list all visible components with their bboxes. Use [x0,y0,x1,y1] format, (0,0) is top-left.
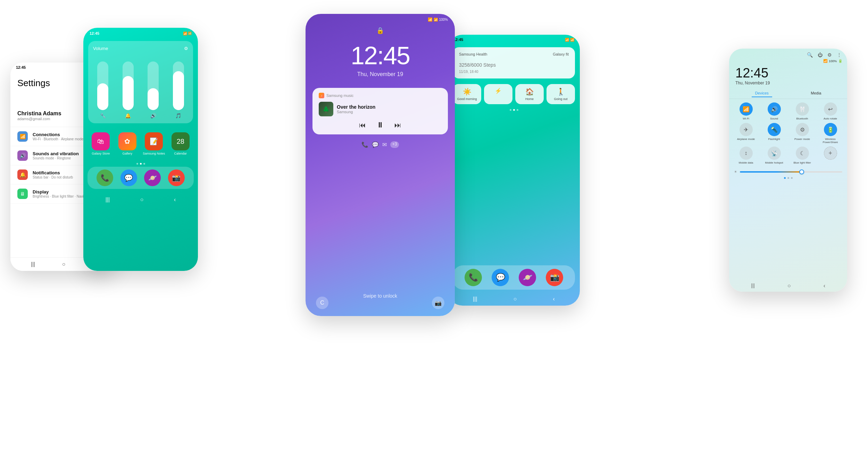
vol-slider-media[interactable]: 🔧 [97,61,108,118]
flashlight-icon: 🔦 [768,123,781,136]
tab-devices[interactable]: Devices [752,90,772,97]
lock-camera-button[interactable]: 📷 [432,297,444,309]
prev-button[interactable]: ⏮ [359,121,366,129]
bixby-routines[interactable]: ⚡ [484,84,512,104]
qdot-2 [787,177,789,179]
app-calendar[interactable]: 28 Calendar [169,132,193,155]
phone-volume: 12:45 📶 📶 Volume ⚙ 🔧 [83,28,198,271]
display-icon: 🖥 [17,189,28,199]
dot-1 [136,163,138,165]
settings-icon[interactable]: ⚙ [827,52,832,58]
bixby-good-morning[interactable]: ☀️ Good morning [453,84,481,104]
home-page-dots [448,109,580,111]
quick-power-mode[interactable]: ⚙ Power mode [790,123,815,144]
qnav-back[interactable]: ‹ [824,283,825,289]
mobile-data-icon: ↕ [740,147,753,160]
quick-hotspot[interactable]: 📡 Mobile hotspot [761,147,787,164]
more-icon[interactable]: ⋮ [837,52,842,58]
chat-notif-icon: 💬 [372,141,379,148]
dock-internet-icon[interactable]: 🪐 [144,169,161,186]
home-dot-3 [517,109,518,111]
vol-icon-2: 🔊 [150,113,156,118]
quick-flashlight[interactable]: 🔦 Flashlight [761,123,787,144]
bixby-going-out[interactable]: 🚶 Going out [546,84,575,104]
nav-recents-icon[interactable]: ||| [31,261,35,267]
music-title: Over the horizon [337,104,375,110]
app-galaxy-store[interactable]: 🛍 Galaxy Store [89,132,113,155]
home-screen: 12:45 📶 📶 Samsung Health Galaxy fit 3258… [448,35,580,306]
connections-icon: 📶 [17,131,28,142]
home-dock-messages[interactable]: 💬 [492,269,509,286]
add-tile-icon: + [824,147,837,160]
vol-slider-notif[interactable]: 🔊 [148,61,159,118]
blue-light-icon: ☾ [796,147,809,160]
pause-button[interactable]: ⏸ [376,121,384,130]
lock-time: 12:45 [351,41,410,70]
home-nav-back[interactable]: ‹ [553,296,555,302]
app-page-dots [83,163,198,165]
profile-email: adams@gmail.com [17,117,90,121]
galaxy-store-label: Galaxy Store [92,152,110,155]
mobile-data-label: Mobile data [739,161,753,164]
qnav-recents[interactable]: ||| [751,283,755,289]
dock-phone-icon[interactable]: 📞 [97,169,113,186]
quick-status-bar: 📶 100% 🔋 [729,59,847,63]
dock-camera-icon[interactable]: 📸 [168,169,185,186]
next-button[interactable]: ⏭ [394,121,401,129]
lock-bottom-actions: C 📷 [306,297,455,309]
bixby-home[interactable]: 🏠 Home [515,84,544,104]
home-dot-1 [510,109,511,111]
lock-phone-button[interactable]: C [316,297,328,309]
email-notif-icon: ✉ [382,141,387,148]
rotate-icon: ↩ [824,102,837,116]
qnav-home[interactable]: ○ [787,283,791,289]
app-gallery[interactable]: ✿ Gallery [116,132,140,155]
nav2-home-icon[interactable]: ○ [140,197,144,203]
quick-rotate[interactable]: ↩ Auto rotate [818,102,843,120]
nav2-recents-icon[interactable]: ||| [106,197,110,203]
quick-blue-light[interactable]: ☾ Blue light filter [790,147,815,164]
airplane-icon: ✈ [740,123,753,136]
home-dock-internet[interactable]: 🪐 [519,269,536,286]
health-steps: 3258/6000 Steps [459,58,569,69]
power-icon[interactable]: ⏻ [818,52,823,58]
brightness-track[interactable] [740,171,842,173]
vol-slider-system[interactable]: 🎵 [173,61,184,118]
quick-mobile-data[interactable]: ↕ Mobile data [733,147,759,164]
home-nav-home[interactable]: ○ [514,296,517,302]
tab-media[interactable]: Media [807,90,825,97]
search-icon[interactable]: 🔍 [807,52,813,58]
qdot-1 [784,177,786,179]
quick-wireless-power[interactable]: 🔋 Wireless PowerShare [818,123,843,144]
profile-name: Christina Adams [17,110,90,117]
quick-wifi[interactable]: 📶 Wi-Fi [733,102,759,120]
lock-status-bar: 📶 📶 100% [306,14,455,25]
health-device: Galaxy fit [553,52,569,56]
app-samsung-notes[interactable]: 📝 Samsung Notes [142,132,166,155]
volume-status-bar: 12:45 📶 📶 [83,28,198,38]
home-dock-camera[interactable]: 📸 [546,269,563,286]
brightness-row: ☀ [729,168,847,176]
quick-bluetooth[interactable]: 🦷 Bluetooth [790,102,815,120]
sound-icon: 🔊 [768,102,781,116]
quick-sound[interactable]: 🔊 Sound [761,102,787,120]
dot-3 [143,163,145,165]
samsung-notes-icon: 📝 [145,132,163,150]
dock-messages-icon[interactable]: 💬 [120,169,137,186]
wireless-power-icon: 🔋 [824,123,837,136]
notifications-icon: 🔔 [17,169,28,180]
wireless-power-label: Wireless PowerShare [818,138,843,144]
nav-home-icon[interactable]: ○ [62,261,66,267]
nav2-back-icon[interactable]: ‹ [174,197,176,203]
vol-icon-0: 🔧 [100,113,106,118]
home-dock-phone[interactable]: 📞 [465,269,482,286]
vol-slider-ring[interactable]: 🔔 [123,61,134,118]
calendar-label: Calendar [174,152,187,155]
galaxy-store-icon: 🛍 [92,132,110,150]
music-app-name: Samsung music [326,93,353,98]
quick-add[interactable]: + [818,147,843,164]
home-nav-recents[interactable]: ||| [473,296,477,302]
volume-screen: 12:45 📶 📶 Volume ⚙ 🔧 [83,28,198,271]
quick-airplane[interactable]: ✈ Airplane mode [733,123,759,144]
volume-settings-icon[interactable]: ⚙ [184,46,188,51]
